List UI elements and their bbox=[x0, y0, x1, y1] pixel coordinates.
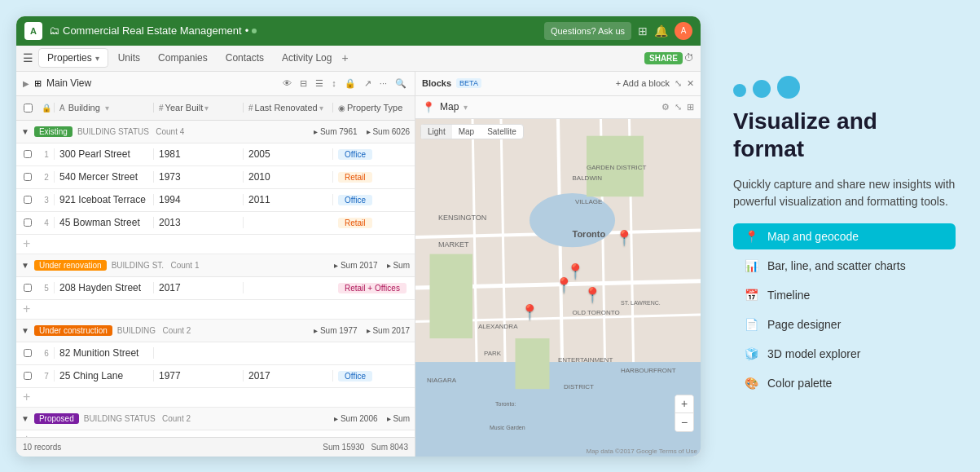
map-dropdown-arrow[interactable]: ▾ bbox=[464, 103, 468, 112]
feature-item-0[interactable]: 📍 Map and geocode bbox=[733, 223, 956, 249]
add-block-button[interactable]: + Add a block bbox=[616, 78, 670, 88]
close-block-icon[interactable]: ✕ bbox=[687, 78, 694, 89]
expand-icon[interactable]: ▶ bbox=[23, 79, 29, 88]
tab-contacts[interactable]: Contacts bbox=[218, 49, 272, 67]
svg-text:Toronto:: Toronto: bbox=[495, 400, 516, 406]
map-grid-icon[interactable]: ⊞ bbox=[687, 102, 694, 112]
map-label: Map bbox=[440, 101, 459, 112]
tab-units[interactable]: Units bbox=[110, 49, 148, 67]
row-checkbox[interactable] bbox=[16, 173, 39, 181]
hamburger-icon[interactable]: ☰ bbox=[23, 51, 33, 64]
row-checkbox[interactable] bbox=[16, 150, 39, 158]
sort-icon[interactable]: ↕ bbox=[330, 77, 338, 90]
column-property-type[interactable]: ◉ Property Type bbox=[333, 103, 415, 112]
row-checkbox[interactable] bbox=[16, 372, 39, 380]
column-year-built[interactable]: # Year Built ▾ bbox=[154, 103, 244, 112]
row-number: 7 bbox=[39, 372, 54, 381]
cell-year-built: 1973 bbox=[154, 171, 244, 183]
lock-icon[interactable]: 🔒 bbox=[343, 77, 358, 90]
add-tab-icon[interactable]: + bbox=[341, 51, 348, 64]
blocks-title: Blocks bbox=[422, 78, 451, 88]
tab-companies[interactable]: Companies bbox=[150, 49, 216, 67]
tab-properties[interactable]: Properties ▾ bbox=[38, 48, 108, 68]
table-row[interactable]: 6 82 Munition Street bbox=[16, 342, 415, 365]
share-button[interactable]: SHARE bbox=[644, 52, 683, 64]
map-area[interactable]: KENSINGTON MARKET GARDEN DISTRICT Toront… bbox=[415, 119, 701, 457]
app-title: 🗂 Commercial Real Estate Management • bbox=[49, 24, 257, 37]
map-settings-icon[interactable]: ⚙ bbox=[661, 102, 670, 112]
group-sum-renovation: ▸ Sum 2017 ▸ Sum bbox=[334, 261, 410, 270]
map-attribution: Map data ©2017 Google Terms of Use bbox=[587, 448, 698, 455]
questions-button[interactable]: Questions? Ask us bbox=[544, 22, 631, 40]
grid-icon[interactable]: ⊞ bbox=[638, 24, 648, 37]
lock-col-icon: 🔒 bbox=[39, 104, 54, 112]
map-pin-4[interactable]: 📍 bbox=[521, 303, 538, 321]
map-sub-header: 📍 Map ▾ ⚙ ⤡ ⊞ bbox=[415, 96, 701, 119]
share-view-icon[interactable]: ↗ bbox=[363, 77, 373, 90]
feature-item-5[interactable]: 🎨 Color palette bbox=[733, 370, 956, 396]
map-pin-5[interactable]: 📍 bbox=[583, 286, 601, 304]
row-checkbox[interactable] bbox=[16, 284, 39, 292]
table-row[interactable]: 5 208 Hayden Street 2017 Retail + Office… bbox=[16, 277, 415, 300]
cell-building: 82 Munition Street bbox=[54, 347, 154, 359]
table-body: ▼ Existing BUILDING STATUS Count 4 ▸ Sum… bbox=[16, 121, 415, 437]
svg-text:BALDWIN: BALDWIN bbox=[573, 174, 603, 181]
row-checkbox[interactable] bbox=[16, 196, 39, 204]
cell-property-type: Office bbox=[333, 148, 415, 160]
group-toggle-construction[interactable]: ▼ bbox=[21, 326, 29, 335]
map-pin-icon: 📍 bbox=[422, 101, 435, 113]
table-row[interactable]: 2 540 Mercer Street 1973 2010 Retail bbox=[16, 166, 415, 189]
avatar[interactable]: A bbox=[675, 22, 692, 40]
table-row[interactable]: 4 45 Bowman Street 2013 Retail bbox=[16, 212, 415, 235]
group-icon[interactable]: ☰ bbox=[314, 77, 325, 90]
tab-activity-log[interactable]: Activity Log bbox=[274, 49, 340, 67]
map-tab-light[interactable]: Light bbox=[421, 125, 452, 139]
svg-text:ALEXANDRA: ALEXANDRA bbox=[478, 322, 518, 329]
expand-block-icon[interactable]: ⤡ bbox=[675, 78, 682, 89]
group-toggle-proposed[interactable]: ▼ bbox=[21, 414, 29, 423]
app-window: A 🗂 Commercial Real Estate Management • … bbox=[16, 16, 701, 457]
table-row[interactable]: 1 300 Pearl Street 1981 2005 Office bbox=[16, 143, 415, 166]
zoom-in-button[interactable]: + bbox=[675, 395, 693, 413]
column-building[interactable]: A Building ▾ bbox=[54, 103, 154, 112]
search-icon[interactable]: 🔍 bbox=[393, 77, 408, 90]
group-sum-construction: ▸ Sum 1977 ▸ Sum 2017 bbox=[314, 326, 410, 335]
more-icon[interactable]: ··· bbox=[378, 77, 389, 90]
feature-item-1[interactable]: 📊 Bar, line, and scatter charts bbox=[733, 253, 956, 279]
group-toggle-renovation[interactable]: ▼ bbox=[21, 261, 29, 270]
table-row[interactable]: 3 921 Iceboat Terrace 1994 2011 Office bbox=[16, 189, 415, 212]
filter-icon[interactable]: ⊟ bbox=[298, 77, 309, 90]
hide-icon[interactable]: 👁 bbox=[281, 77, 293, 90]
zoom-out-button[interactable]: − bbox=[675, 413, 693, 431]
map-pin-1[interactable]: 📍 bbox=[615, 229, 633, 247]
group-toggle-existing[interactable]: ▼ bbox=[21, 127, 29, 136]
svg-text:PARK: PARK bbox=[484, 349, 502, 356]
map-tab-map[interactable]: Map bbox=[452, 125, 481, 139]
map-expand-icon[interactable]: ⤡ bbox=[675, 102, 682, 112]
status-badge-proposed: Proposed bbox=[34, 413, 79, 424]
cell-year-built: 1977 bbox=[154, 370, 244, 382]
cell-year-built: 2013 bbox=[154, 217, 244, 228]
add-row-existing[interactable]: + bbox=[16, 235, 415, 254]
map-pin-3[interactable]: 📍 bbox=[555, 276, 573, 294]
add-row-construction[interactable]: + bbox=[16, 388, 415, 408]
row-checkbox[interactable] bbox=[16, 218, 39, 227]
feature-item-3[interactable]: 📄 Page designer bbox=[733, 311, 956, 337]
column-last-renovated[interactable]: # Last Renovated ▾ bbox=[244, 103, 333, 112]
row-checkbox[interactable] bbox=[16, 349, 39, 357]
cell-building: 208 Hayden Street bbox=[54, 282, 154, 293]
tab-bar: ☰ Properties ▾ Units Companies Contacts … bbox=[16, 46, 701, 72]
add-row-proposed[interactable]: + bbox=[16, 430, 415, 437]
select-all-checkbox[interactable] bbox=[16, 104, 39, 112]
map-tab-satellite[interactable]: Satellite bbox=[481, 125, 523, 139]
svg-text:Music Garden: Music Garden bbox=[490, 424, 525, 430]
feature-item-4[interactable]: 🧊 3D model explorer bbox=[733, 341, 956, 367]
add-row-renovation[interactable]: + bbox=[16, 300, 415, 320]
row-number: 2 bbox=[39, 173, 54, 182]
feature-item-2[interactable]: 📅 Timeline bbox=[733, 282, 956, 308]
feature-icon-3: 📄 bbox=[743, 318, 759, 331]
table-row[interactable]: 7 25 Ching Lane 1977 2017 Office bbox=[16, 365, 415, 388]
bell-icon[interactable]: 🔔 bbox=[654, 24, 668, 37]
timer-icon[interactable]: ⏱ bbox=[684, 52, 694, 64]
cell-year-built: 1994 bbox=[154, 194, 244, 205]
